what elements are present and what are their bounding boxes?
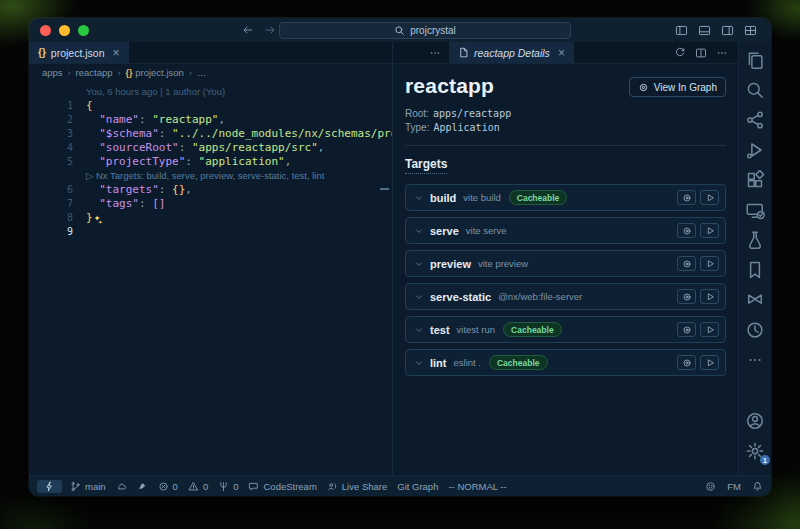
timeline-icon <box>745 320 765 340</box>
test-beaker-icon <box>745 230 765 250</box>
forward-arrow-icon[interactable] <box>264 24 276 36</box>
code-editor[interactable]: You, 6 hours ago | 1 author (You)1{2 "na… <box>29 81 392 475</box>
activity-item-bookmark[interactable] <box>744 259 766 281</box>
line-number: 4 <box>29 141 86 155</box>
activity-item-test-beaker[interactable] <box>744 229 766 251</box>
activity-item-more[interactable] <box>744 349 766 371</box>
status-codestream[interactable]: CodeStream <box>248 481 316 492</box>
activity-item-account[interactable] <box>744 410 766 432</box>
toggle-panel-bottom-icon[interactable] <box>698 24 711 37</box>
blame-annotation: You, 6 hours ago | 1 author (You) <box>29 85 392 99</box>
customize-layout-icon[interactable] <box>744 24 757 37</box>
run-target-button[interactable] <box>700 223 719 238</box>
play-icon <box>705 193 715 203</box>
breadcrumb-item-apps[interactable]: apps <box>42 67 63 78</box>
activity-item-settings[interactable]: 1 <box>744 440 766 462</box>
status-label: FM <box>727 481 741 492</box>
code-line-3[interactable]: 3 "$schema": "../../node_modules/nx/sche… <box>29 127 392 141</box>
run-target-button[interactable] <box>700 322 719 337</box>
toggle-panel-right-icon[interactable] <box>721 24 734 37</box>
target-name: build <box>430 192 456 204</box>
code-line-6[interactable]: 6 "targets": {}, <box>29 183 392 197</box>
minimize-window-button[interactable] <box>59 25 70 36</box>
run-target-button[interactable] <box>700 190 719 205</box>
code-line-2[interactable]: 2 "name": "reactapp", <box>29 113 392 127</box>
status-live-share[interactable]: Live Share <box>327 481 387 492</box>
toggle-panel-left-icon[interactable] <box>675 24 688 37</box>
code-line-5[interactable]: 5 "projectType": "application", <box>29 155 392 169</box>
breadcrumb-item-[interactable]: … <box>197 67 207 78</box>
project-title: reactapp <box>405 74 494 98</box>
code-text: }✦✦ <box>86 211 104 226</box>
status-normal[interactable]: -- NORMAL -- <box>448 481 506 492</box>
status-bird[interactable] <box>137 481 148 492</box>
target-row-serve-static[interactable]: serve-static@nx/web:file-server <box>405 283 726 310</box>
right-tab-bar: reactapp Details × <box>393 42 738 64</box>
status-bell[interactable] <box>752 481 763 492</box>
target-row-test[interactable]: testvitest runCacheable <box>405 316 726 343</box>
close-tab-icon[interactable]: × <box>113 47 120 59</box>
show-target-config-button[interactable] <box>677 355 696 370</box>
code-line-1[interactable]: 1{ <box>29 99 392 113</box>
activity-item-nx[interactable] <box>744 289 766 311</box>
show-target-config-button[interactable] <box>677 190 696 205</box>
code-line-9[interactable]: 9 <box>29 225 392 239</box>
target-command: vite build <box>463 192 501 203</box>
line-number: 7 <box>29 197 86 211</box>
target-row-serve[interactable]: servevite serve <box>405 217 726 244</box>
code-line-7[interactable]: 7 "tags": [] <box>29 197 392 211</box>
target-row-build[interactable]: buildvite buildCacheable <box>405 184 726 211</box>
run-target-button[interactable] <box>700 256 719 271</box>
tab-reactapp-details[interactable]: reactapp Details × <box>449 42 575 63</box>
status-fm[interactable]: FM <box>727 481 741 492</box>
editor-region: {} project.json × apps›reactapp›{} proje… <box>29 42 771 475</box>
activity-item-files[interactable] <box>744 49 766 71</box>
status-cloud[interactable] <box>116 481 127 492</box>
show-target-config-button[interactable] <box>677 256 696 271</box>
breadcrumb-item-reactapp[interactable]: reactapp <box>76 67 113 78</box>
status-smiley[interactable] <box>705 481 716 492</box>
status-0[interactable]: 0 <box>218 481 238 492</box>
split-editor-icon[interactable] <box>695 47 707 59</box>
bell-icon <box>752 481 763 492</box>
run-target-button[interactable] <box>700 355 719 370</box>
breadcrumb-item-projectjson[interactable]: {} project.json <box>126 67 184 78</box>
target-row-preview[interactable]: previewvite preview <box>405 250 726 277</box>
more-actions-icon[interactable] <box>716 47 728 59</box>
activity-item-source-control[interactable] <box>744 109 766 131</box>
status-lightning[interactable] <box>37 480 62 493</box>
status-0[interactable]: 0 <box>188 481 208 492</box>
show-target-config-button[interactable] <box>677 322 696 337</box>
activity-item-timeline[interactable] <box>744 319 766 341</box>
activity-item-run-debug[interactable] <box>744 139 766 161</box>
close-tab-icon[interactable]: × <box>558 47 565 59</box>
close-window-button[interactable] <box>40 25 51 36</box>
code-line-4[interactable]: 4 "sourceRoot": "apps/reactapp/src", <box>29 141 392 155</box>
status-git-graph[interactable]: Git Graph <box>397 481 438 492</box>
targets-heading: Targets <box>405 157 447 174</box>
eye-icon <box>682 193 692 203</box>
breadcrumb[interactable]: apps›reactapp›{} project.json›… <box>29 64 392 81</box>
back-arrow-icon[interactable] <box>242 24 254 36</box>
command-center-search[interactable]: projcrystal <box>279 22 571 39</box>
more-tabs-icon[interactable] <box>429 47 441 59</box>
status-main[interactable]: main <box>70 481 106 492</box>
activity-item-remote-monitor[interactable] <box>744 199 766 221</box>
refresh-icon[interactable] <box>674 47 686 59</box>
show-target-config-button[interactable] <box>677 223 696 238</box>
eye-icon <box>682 226 692 236</box>
play-icon <box>705 292 715 302</box>
view-in-graph-button[interactable]: View In Graph <box>629 77 726 97</box>
maximize-window-button[interactable] <box>78 25 89 36</box>
code-line-8[interactable]: 8}✦✦ <box>29 211 392 225</box>
show-target-config-button[interactable] <box>677 289 696 304</box>
breadcrumb-separator: › <box>118 68 121 78</box>
run-target-button[interactable] <box>700 289 719 304</box>
status-0[interactable]: 0 <box>158 481 178 492</box>
activity-item-extensions[interactable] <box>744 169 766 191</box>
tab-project-json[interactable]: {} project.json × <box>29 42 130 63</box>
activity-item-search[interactable] <box>744 79 766 101</box>
nx-targets-codelens[interactable]: ▷ Nx Targets: build, serve, preview, ser… <box>29 169 392 183</box>
status-label: 0 <box>173 481 178 492</box>
target-row-lint[interactable]: linteslint .Cacheable <box>405 349 726 376</box>
